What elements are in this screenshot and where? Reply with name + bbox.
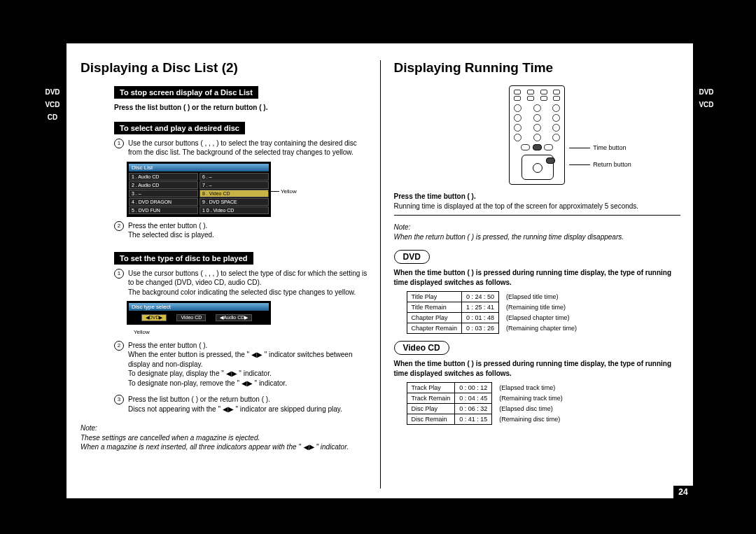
chip-dvd-selected: ◀DVD▶	[141, 314, 167, 321]
cell: 0 : 06 : 32	[455, 404, 492, 414]
vcd-pill: Video CD	[394, 341, 449, 355]
sect3-step3: 3 Press the list button ( ) or the retur…	[114, 395, 368, 414]
table-row: Title Remain1 : 25 : 41(Remaining title …	[407, 302, 581, 313]
note-label-r: Note:	[394, 223, 411, 231]
separator	[394, 215, 681, 216]
vcd-lead: When the time button ( ) is pressed duri…	[394, 359, 681, 378]
manual-page: DVD VCD CD Displaying a Disc List (2) To…	[66, 43, 693, 498]
callout-time-label: Time button	[593, 144, 626, 151]
cell-desc: (Elapsed disc time)	[492, 404, 568, 414]
remote-dpad	[522, 155, 554, 180]
vcd-time-table: Track Play0 : 00 : 12(Elapsed track time…	[407, 382, 568, 425]
cell: Title Remain	[407, 302, 462, 313]
remote-figure: Time button Return button	[439, 85, 635, 185]
cell: 0 : 00 : 12	[455, 383, 492, 393]
remote-control-illustration	[509, 85, 565, 185]
cell: Chapter Remain	[407, 323, 462, 334]
badge-vcd: VCD	[42, 99, 63, 111]
cell: Disc Remain	[407, 414, 455, 425]
cell: Disc Play	[407, 404, 455, 414]
press-time-button: Press the time button ( ).	[394, 192, 681, 202]
note-label: Note:	[80, 424, 97, 432]
time-button-hit	[533, 144, 542, 150]
left-badge-column: DVD VCD CD	[42, 87, 63, 125]
table-row: Track Play0 : 00 : 12(Elapsed track time…	[407, 383, 567, 393]
cell: 0 : 24 : 50	[462, 292, 499, 302]
sect3-step2a: Press the enter button ( ).	[128, 341, 368, 351]
table-row: Title Play0 : 24 : 50(Elapsed title time…	[407, 292, 581, 302]
sect2-step2b: The selected disc is played.	[128, 230, 214, 240]
sect3-step2: 2 Press the enter button ( ). When the e…	[114, 341, 368, 388]
osd-cell-selected: 8 . Video CD	[200, 190, 269, 197]
cell-desc: (Remaining title time)	[499, 302, 582, 313]
return-button-hit	[546, 157, 555, 164]
left-column: DVD VCD CD Displaying a Disc List (2) To…	[66, 43, 380, 498]
chip-vcd: Video CD	[176, 314, 206, 321]
section-select-disc: To select and play a desired disc 1 Use …	[114, 121, 368, 240]
osd-cell: 6 . –	[200, 173, 269, 181]
cell: 0 : 01 : 48	[462, 313, 499, 323]
osd-cell: 1 0 . Video CD	[200, 206, 269, 214]
sect1-text-span: Press the list button ( ) or the return …	[114, 104, 267, 111]
sect2-head: To select and play a desired disc	[114, 122, 245, 134]
disc-list-osd: Disc List 1 . Audio CD 2 . Audio CD 3 . …	[127, 162, 271, 217]
sect2-step1: 1 Use the cursor buttons ( , , , ) to se…	[114, 139, 368, 157]
osd-cell: 5 . DVD FUN	[129, 206, 198, 214]
table-row: Chapter Play0 : 01 : 48(Elapsed chapter …	[407, 313, 581, 323]
right-badge-column: DVD VCD	[696, 87, 717, 112]
right-note-text: When the return button ( ) is pressed, t…	[394, 233, 624, 241]
step-marker-2: 2	[114, 221, 124, 231]
cell-desc: (Remaining disc time)	[492, 414, 568, 425]
chip-yellow-label: Yellow	[134, 329, 368, 337]
sect3-step3b: Discs not appearing with the " ◀▶ " indi…	[128, 405, 342, 414]
cell-desc: (Elapsed chapter time)	[499, 313, 582, 323]
cell: 0 : 41 : 15	[455, 414, 492, 425]
page-number: 24	[673, 486, 693, 498]
badge-dvd-r: DVD	[696, 87, 717, 98]
section-disc-type: To set the type of disc to be played 1 U…	[114, 251, 368, 414]
left-note-1: These settings are cancelled when a maga…	[80, 434, 260, 442]
sect3-step1a: Use the cursor buttons ( , , , ) to sele…	[128, 269, 368, 288]
step-marker-2: 2	[114, 341, 124, 351]
chip-acd: ◀Audio CD▶	[216, 314, 252, 321]
sect3-step2b: When the enter button is pressed, the " …	[128, 350, 368, 369]
dvd-pill: DVD	[394, 250, 430, 264]
cell: Track Remain	[407, 393, 455, 404]
cell: 1 : 25 : 41	[462, 302, 499, 313]
disc-type-osd: Disc type select ◀DVD▶ Video CD ◀Audio C…	[127, 301, 271, 325]
badge-cd: CD	[42, 112, 63, 123]
sect1-head: To stop screen display of a Disc List	[114, 86, 258, 99]
cell: Title Play	[407, 292, 462, 302]
dvd-lead: When the time button ( ) is pressed duri…	[394, 268, 681, 287]
cell-desc: (Elapsed track time)	[492, 383, 568, 393]
sect3-step2c: To designate play, display the " ◀▶ " in…	[128, 369, 368, 379]
table-row: Disc Play0 : 06 : 32(Elapsed disc time)	[407, 404, 567, 414]
table-row: Disc Remain0 : 41 : 15(Remaining disc ti…	[407, 414, 567, 425]
yellow-label: Yellow	[281, 188, 297, 195]
cell-desc: (Remaining chapter time)	[499, 323, 582, 334]
sect3-head: To set the type of disc to be played	[114, 252, 253, 265]
osd2-title: Disc type select	[129, 303, 269, 311]
cell: Track Play	[407, 383, 455, 393]
sect3-step1b: The background color indicating the sele…	[128, 288, 368, 297]
osd-title: Disc List	[129, 164, 269, 171]
badge-dvd: DVD	[42, 87, 63, 98]
sect1-text: Press the list button ( ) or the return …	[114, 103, 368, 113]
cell: 0 : 03 : 26	[462, 323, 499, 334]
left-note-2: When a magazine is next inserted, all th…	[80, 443, 349, 451]
table-row: Track Remain0 : 04 : 45(Remaining track …	[407, 393, 567, 404]
right-column: DVD VCD Displaying Running Time Time but…	[380, 43, 694, 498]
sect3-step2d: To designate non-play, remove the " ◀▶ "…	[128, 379, 368, 388]
osd-cell: 9 . DVD SPACE	[200, 198, 269, 206]
cell: Chapter Play	[407, 313, 462, 323]
section-stop-display: To stop screen display of a Disc List Pr…	[114, 85, 368, 113]
cell-desc: (Elapsed title time)	[499, 292, 582, 302]
osd-cell: 4 . DVD DRAGON	[129, 198, 198, 206]
cell: 0 : 04 : 45	[455, 393, 492, 404]
step-marker-3: 3	[114, 395, 124, 405]
right-note: Note: When the return button ( ) is pres…	[394, 223, 681, 241]
press-time-sub: Running time is displayed at the top of …	[394, 202, 681, 211]
sect2-step1-text: Use the cursor buttons ( , , , ) to sele…	[128, 139, 368, 157]
sect2-step2: 2 Press the enter button ( ). The select…	[114, 221, 368, 240]
osd-cell: 1 . Audio CD	[129, 173, 198, 181]
